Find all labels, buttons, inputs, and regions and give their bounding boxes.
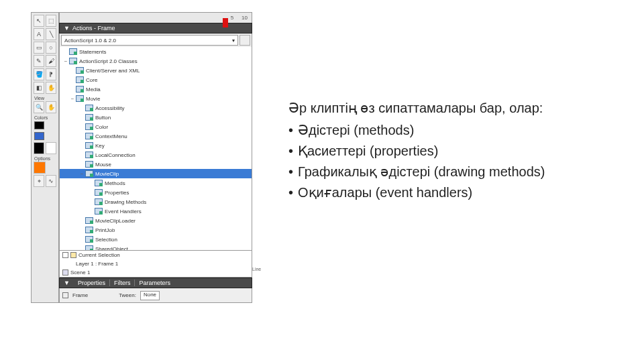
expand-toggle[interactable]: −	[69, 96, 76, 102]
option-snap[interactable]: ⌖	[34, 175, 44, 187]
expand-icon[interactable]	[62, 252, 68, 258]
tree-item[interactable]: Statements	[60, 47, 252, 56]
tree-item[interactable]: Client/Server and XML	[60, 66, 252, 75]
tree-item[interactable]: −ActionScript 2.0 Classes	[60, 56, 252, 66]
tool-ink[interactable]: 🪣	[34, 68, 44, 80]
collapse-icon[interactable]: ▼	[60, 280, 74, 286]
tree-item[interactable]: Methods	[60, 178, 252, 188]
bullet-methods: Әдістері (methods)	[288, 121, 570, 139]
layer-frame-label[interactable]: Layer 1 : Frame 1	[76, 261, 118, 267]
tab-filters[interactable]: Filters	[110, 280, 136, 286]
tree-item[interactable]: Event Handlers	[60, 206, 252, 216]
main-column: 5 10 ▼ Actions - Frame ActionScript 1.0 …	[59, 12, 252, 303]
expand-toggle[interactable]: −	[78, 171, 85, 177]
tree-item-label: Client/Server and XML	[86, 68, 140, 74]
tool-text[interactable]: A	[34, 28, 44, 40]
view-label: View	[34, 96, 57, 101]
tool-line[interactable]: ╲	[46, 28, 56, 40]
tween-label: Tween:	[119, 292, 136, 298]
scene-label[interactable]: Scene 1	[70, 269, 90, 276]
expand-toggle[interactable]: −	[62, 58, 69, 64]
actions-toolbar: ActionScript 1.0 & 2.0 ▾	[59, 34, 252, 47]
tree-item-label: Selection	[95, 237, 117, 243]
bullet-drawing: Графикалық әдістері (drawing methods)	[288, 163, 570, 181]
book-icon	[85, 236, 93, 243]
tree-item[interactable]: ContextMenu	[60, 131, 252, 141]
book-icon	[85, 133, 93, 139]
script-nav: Current Selection Layer 1 : Frame 1 Scen…	[59, 251, 252, 278]
book-icon	[85, 227, 93, 233]
tree-item-label: PrintJob	[95, 227, 115, 233]
tree-item[interactable]: Media	[60, 84, 252, 94]
tree-item[interactable]: Drawing Methods	[60, 197, 252, 206]
tree-item[interactable]: Color	[60, 122, 252, 131]
tree-item[interactable]: Selection	[60, 235, 252, 244]
tree-item[interactable]: Properties	[60, 188, 252, 197]
tool-oval[interactable]: ○	[46, 42, 56, 54]
tool-arrow[interactable]: ↖	[34, 15, 44, 27]
actions-tree[interactable]: Statements−ActionScript 2.0 ClassesClien…	[59, 47, 252, 251]
script-version-label: ActionScript 1.0 & 2.0	[64, 38, 116, 44]
no-color[interactable]	[46, 142, 56, 154]
tool-subsel[interactable]: ⬚	[46, 15, 56, 27]
tree-item-label: Accessibility	[95, 105, 125, 111]
tree-item-label: Core	[86, 77, 97, 83]
book-icon	[76, 95, 84, 102]
tree-item[interactable]: LocalConnection	[60, 150, 252, 160]
tree-item[interactable]: Button	[60, 113, 252, 122]
tree-item-label: MovieClipLoader	[95, 218, 136, 224]
tree-item-label: Key	[95, 143, 105, 149]
book-icon	[76, 76, 84, 83]
tool-rect[interactable]: ▭	[34, 42, 44, 54]
folder-icon	[70, 252, 76, 258]
tree-item[interactable]: Core	[60, 75, 252, 84]
tree-item-label: Event Handlers	[105, 208, 142, 215]
tool-hand2[interactable]: ✋	[46, 101, 56, 113]
book-icon	[85, 114, 93, 121]
tween-select[interactable]: None	[140, 291, 160, 300]
tool-palette: ↖⬚ A╲ ▭○ ✎🖌 🪣⁋ ◧✋ View 🔍✋ Colors Options…	[31, 12, 59, 303]
colors-label: Colors	[34, 115, 57, 120]
book-icon	[76, 67, 84, 74]
tool-eraser[interactable]: ◧	[34, 82, 44, 94]
swap-colors[interactable]	[34, 142, 44, 154]
tree-item[interactable]: PrintJob	[60, 225, 252, 235]
book-icon	[85, 217, 93, 224]
tree-item[interactable]: Mouse	[60, 160, 252, 169]
book-icon	[95, 189, 103, 196]
tree-item-label: Statements	[79, 49, 106, 55]
frame-icon	[62, 292, 68, 298]
tree-item-label: Media	[86, 86, 101, 93]
tree-item[interactable]: Accessibility	[60, 103, 252, 113]
tool-brush[interactable]: 🖌	[46, 55, 56, 67]
book-icon	[85, 161, 93, 168]
playhead[interactable]	[223, 18, 228, 27]
ruler-5: 5	[231, 15, 233, 21]
tree-item[interactable]: −MovieClip	[60, 169, 252, 178]
tab-parameters[interactable]: Parameters	[135, 280, 174, 286]
tool-hand[interactable]: ✋	[46, 82, 56, 94]
stroke-swatch[interactable]	[34, 121, 44, 129]
app-window: ↖⬚ A╲ ▭○ ✎🖌 🪣⁋ ◧✋ View 🔍✋ Colors Options…	[31, 12, 252, 303]
slide-text: Әр клиптің өз сипаттамалары бар, олар: Ә…	[288, 99, 570, 204]
pin-button[interactable]	[239, 35, 250, 46]
book-icon	[95, 208, 103, 215]
tree-item[interactable]: MovieClipLoader	[60, 216, 252, 225]
fill-swatch[interactable]	[34, 132, 44, 140]
current-selection-label: Current Selection	[78, 252, 120, 258]
script-version-select[interactable]: ActionScript 1.0 & 2.0 ▾	[61, 35, 238, 46]
tree-item-label: SharedObject	[95, 246, 128, 251]
option-smooth[interactable]: ∿	[46, 175, 56, 187]
tree-item[interactable]: −Movie	[60, 94, 252, 103]
tree-item[interactable]: Key	[60, 141, 252, 150]
book-icon	[85, 123, 93, 130]
ruler-10: 10	[241, 15, 248, 21]
book-icon	[95, 180, 103, 186]
tool-pencil[interactable]: ✎	[34, 55, 44, 67]
tab-properties[interactable]: Properties	[74, 280, 110, 286]
tree-item[interactable]: SharedObject	[60, 244, 252, 251]
properties-titlebar: ▼ Properties Filters Parameters	[59, 278, 252, 288]
option-1[interactable]	[34, 162, 46, 174]
tool-zoom[interactable]: 🔍	[34, 101, 44, 113]
tool-eyedrop[interactable]: ⁋	[46, 68, 56, 80]
